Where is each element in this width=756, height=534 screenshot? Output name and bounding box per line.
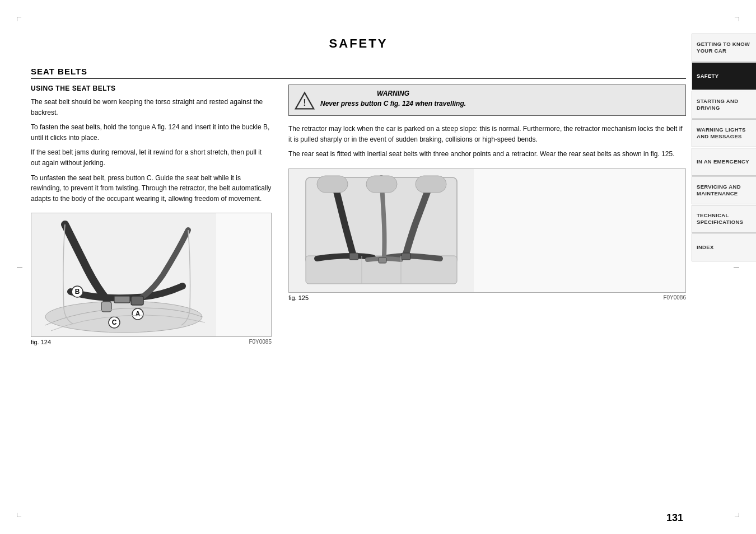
svg-rect-3 — [114, 296, 130, 303]
page-number: 131 — [666, 512, 683, 524]
warning-text: Never press button C fig. 124 when trave… — [320, 99, 466, 109]
right-text-2: The rear seat is fitted with inertial se… — [288, 149, 686, 160]
warning-box: ! WARNING Never press button C fig. 124 … — [288, 85, 686, 116]
nav-item-warning-lights[interactable]: WARNING LIGHTS AND MESSAGES — [692, 119, 756, 147]
svg-rect-2 — [131, 296, 143, 305]
fig-125-code: F0Y0086 — [663, 294, 686, 301]
section-title: SEAT BELTS — [31, 67, 686, 79]
svg-rect-20 — [366, 176, 397, 193]
corner-mark-tl — [17, 17, 21, 21]
figure-124-svg: A B C — [31, 213, 216, 336]
body-text-2: To fasten the seat belts, hold the tongu… — [31, 122, 272, 143]
body-text-1: The seat belt should be worn keeping the… — [31, 97, 272, 118]
left-column: USING THE SEAT BELTS The seat belt shoul… — [31, 85, 272, 345]
figure-124-container: A B C — [31, 213, 272, 345]
nav-item-starting-driving[interactable]: STARTING AND DRIVING — [692, 91, 756, 119]
nav-item-servicing[interactable]: SERVICING AND MAINTENANCE — [692, 176, 756, 204]
right-nav: GETTING TO KNOW YOUR CAR SAFETY STARTING… — [692, 34, 756, 262]
svg-text:B: B — [75, 288, 80, 296]
warning-title: WARNING — [320, 90, 466, 97]
figure-124-box: A B C — [31, 213, 272, 337]
fig-125-label: fig. 125 — [288, 294, 309, 301]
tick-right — [734, 267, 739, 268]
nav-item-emergency[interactable]: IN AN EMERGENCY — [692, 148, 756, 176]
svg-rect-17 — [402, 253, 410, 260]
figure-125-svg — [289, 169, 474, 292]
corner-mark-br — [735, 513, 739, 517]
svg-rect-18 — [379, 257, 386, 263]
svg-text:C: C — [112, 318, 117, 326]
figure-125-box — [288, 168, 686, 293]
warning-triangle-icon: ! — [295, 91, 315, 111]
nav-item-index[interactable]: INDEX — [692, 233, 756, 261]
figure-125-container: fig. 125 F0Y0086 — [288, 168, 686, 301]
main-content: SAFETY SEAT BELTS USING THE SEAT BELTS T… — [31, 31, 686, 503]
right-column: ! WARNING Never press button C fig. 124 … — [288, 85, 686, 345]
corner-mark-tr — [735, 17, 739, 21]
fig-124-code: F0Y0085 — [249, 339, 272, 345]
content-split: USING THE SEAT BELTS The seat belt shoul… — [31, 85, 686, 345]
body-text-3: If the seat belt jams during removal, le… — [31, 147, 272, 168]
page-container: GETTING TO KNOW YOUR CAR SAFETY STARTING… — [0, 0, 756, 534]
figure-125-caption: fig. 125 F0Y0086 — [288, 294, 686, 301]
nav-item-safety[interactable]: SAFETY — [692, 62, 756, 90]
warning-content: WARNING Never press button C fig. 124 wh… — [320, 90, 466, 109]
svg-text:A: A — [136, 310, 141, 318]
nav-item-technical[interactable]: TECHNICAL SPECIFICATIONS — [692, 205, 756, 233]
svg-rect-16 — [349, 253, 358, 260]
svg-rect-21 — [416, 176, 446, 193]
page-title: SAFETY — [31, 36, 686, 51]
right-text-1: The retractor may lock when the car is p… — [288, 124, 686, 144]
nav-item-getting-to-know[interactable]: GETTING TO KNOW YOUR CAR — [692, 34, 756, 62]
svg-rect-19 — [317, 176, 348, 193]
fig-124-label: fig. 124 — [31, 339, 51, 345]
subsection-title: USING THE SEAT BELTS — [31, 85, 272, 92]
figure-124-caption: fig. 124 F0Y0085 — [31, 339, 272, 345]
tick-left — [17, 267, 22, 268]
svg-text:!: ! — [303, 97, 306, 107]
body-text-4: To unfasten the seat belt, press button … — [31, 173, 272, 204]
corner-mark-bl — [17, 513, 21, 517]
